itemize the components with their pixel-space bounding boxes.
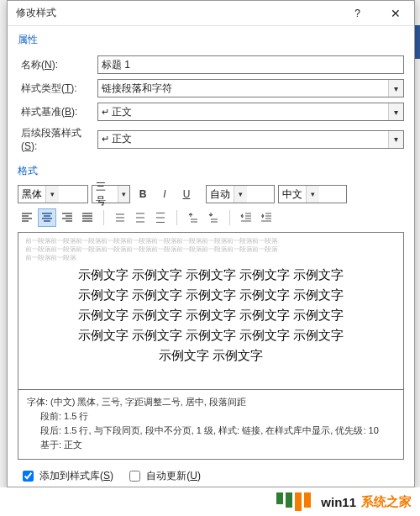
italic-button[interactable]: I — [155, 185, 174, 203]
line-spacing-1-button[interactable] — [111, 208, 129, 227]
preview-sample-text: 示例文字 示例文字 示例文字 示例文字 示例文字示例文字 示例文字 示例文字 示… — [25, 265, 396, 366]
properties-form: 名称(N): 样式类型(T): 链接段落和字符 ▾ 样式基准(B): ↵正文 ▾ — [8, 49, 414, 157]
name-input[interactable] — [97, 55, 404, 74]
desc-line: 段后: 1.5 行, 与下段同页, 段中不分页, 1 级, 样式: 链接, 在样… — [27, 424, 395, 438]
align-justify-button[interactable] — [78, 208, 97, 227]
desc-line: 字体: (中文) 黑体, 三号, 字距调整二号, 居中, 段落间距 — [27, 395, 395, 409]
chevron-down-icon: ▾ — [118, 186, 129, 203]
space-before-inc-button[interactable] — [184, 208, 202, 227]
indent-decrease-button[interactable] — [237, 208, 255, 227]
label-based-on: 样式基准(B): — [18, 105, 97, 119]
align-left-button[interactable] — [18, 208, 36, 227]
font-toolbar: 黑体 ▾ 三号 ▾ B I U 自动 ▾ 中文 ▾ — [8, 180, 414, 207]
line-spacing-1.5-button[interactable] — [131, 208, 150, 227]
chevron-down-icon: ▾ — [234, 186, 247, 203]
desc-line: 基于: 正文 — [27, 438, 395, 452]
section-format-heading: 格式 — [8, 157, 414, 180]
label-next-para: 后续段落样式(S): — [18, 126, 97, 152]
watermark-text-b: 系统之家 — [361, 494, 412, 510]
font-size-combo[interactable]: 三号 ▾ — [92, 185, 130, 203]
modify-style-dialog: 修改样式 ? ✕ 属性 名称(N): 样式类型(T): 链接段落和字符 ▾ 样式… — [7, 0, 415, 487]
style-description: 字体: (中文) 黑体, 三号, 字距调整二号, 居中, 段落间距 段前: 1.… — [18, 390, 404, 460]
chevron-down-icon: ▾ — [306, 186, 319, 203]
line-spacing-2-button[interactable] — [151, 208, 170, 227]
paragraph-toolbar — [8, 207, 414, 232]
based-on-select[interactable]: ↵正文 ▾ — [97, 103, 404, 121]
watermark-text-a: win11 — [321, 495, 356, 509]
auto-update-checkbox[interactable]: 自动更新(U) — [126, 468, 201, 484]
help-button[interactable]: ? — [339, 1, 376, 26]
label-name: 名称(N): — [18, 58, 97, 72]
app-ribbon-strip — [415, 25, 420, 59]
script-lang-combo[interactable]: 中文 ▾ — [278, 185, 347, 203]
desc-line: 段前: 1.5 行 — [27, 409, 395, 424]
align-right-button[interactable] — [58, 208, 76, 227]
preview-prev-para: 前一段落前一段落前一段落前一段落前一段落前一段落前一段落前一段落前一段落前一段落 — [25, 238, 396, 245]
close-button[interactable]: ✕ — [376, 1, 414, 26]
indent-increase-button[interactable] — [257, 208, 276, 227]
space-before-dec-button[interactable] — [204, 208, 223, 227]
font-color-combo[interactable]: 自动 ▾ — [206, 185, 275, 203]
titlebar: 修改样式 ? ✕ — [8, 1, 414, 26]
underline-button[interactable]: U — [177, 185, 196, 203]
watermark-bar: win11 系统之家 — [0, 487, 420, 516]
next-para-select[interactable]: ↵正文 ▾ — [97, 130, 404, 149]
align-center-button[interactable] — [38, 208, 56, 227]
section-properties-heading: 属性 — [8, 26, 414, 49]
font-name-combo[interactable]: 黑体 ▾ — [18, 185, 88, 203]
label-type: 样式类型(T): — [18, 82, 97, 96]
chevron-down-icon: ▾ — [45, 186, 59, 203]
watermark-logo-icon — [276, 492, 311, 511]
style-type-select[interactable]: 链接段落和字符 ▾ — [97, 79, 404, 97]
bold-button[interactable]: B — [134, 185, 152, 203]
chevron-down-icon: ▾ — [388, 80, 403, 97]
preview-prev-para: 前一段落前一段落前一段落前一段落前一段落前一段落前一段落前一段落前一段落前一段落 — [25, 246, 396, 253]
preview-prev-para: 前一段落前一段落 — [25, 255, 396, 261]
add-to-gallery-checkbox[interactable]: 添加到样式库(S) — [19, 468, 113, 484]
dialog-title: 修改样式 — [16, 6, 56, 20]
preview-panel: 前一段落前一段落前一段落前一段落前一段落前一段落前一段落前一段落前一段落前一段落… — [18, 232, 404, 390]
chevron-down-icon: ▾ — [388, 103, 403, 120]
chevron-down-icon: ▾ — [388, 131, 403, 148]
